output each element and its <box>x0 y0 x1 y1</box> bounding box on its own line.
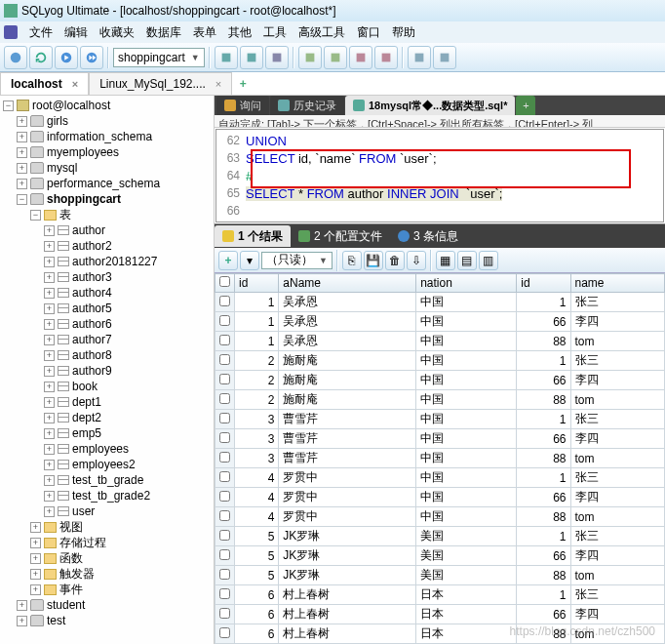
query-tab-2[interactable]: 18mysql常◆...数据类型.sql* <box>345 96 515 115</box>
expand-icon[interactable]: + <box>44 428 55 439</box>
expand-icon[interactable]: + <box>30 553 41 564</box>
column-header-id[interactable]: id <box>517 274 570 293</box>
tree-row[interactable]: +user <box>0 503 214 519</box>
tool-button-8[interactable] <box>408 46 431 69</box>
table-row[interactable]: 6村上春树日本88tom <box>215 624 665 644</box>
row-checkbox[interactable] <box>219 569 230 580</box>
grid-copy-button[interactable]: ⎘ <box>342 251 362 270</box>
tree-row[interactable]: −root@localhost <box>0 98 214 113</box>
row-checkbox[interactable] <box>219 588 230 599</box>
row-checkbox[interactable] <box>219 432 230 443</box>
grid-view-grid-button[interactable]: ▦ <box>436 251 455 270</box>
tree-row[interactable]: +author5 <box>0 301 214 316</box>
expand-icon[interactable]: + <box>44 444 55 455</box>
row-checkbox[interactable] <box>219 549 230 560</box>
table-row[interactable]: 4罗贯中中国1张三 <box>215 468 665 488</box>
grid-add-row-button[interactable]: + <box>218 251 238 270</box>
tree-row[interactable]: +事件 <box>0 582 214 597</box>
expand-icon[interactable]: + <box>44 397 55 408</box>
tool-button-6[interactable] <box>349 46 372 69</box>
select-all-checkbox[interactable] <box>219 276 230 287</box>
menu-1[interactable]: 编辑 <box>59 22 94 43</box>
row-checkbox[interactable] <box>219 393 230 404</box>
row-checkbox[interactable] <box>219 608 230 619</box>
row-checkbox[interactable] <box>219 315 230 326</box>
row-checkbox[interactable] <box>219 296 230 306</box>
menu-0[interactable]: 文件 <box>23 22 59 43</box>
expand-icon[interactable]: + <box>17 163 27 174</box>
tree-row[interactable]: +函数 <box>0 550 214 566</box>
collapse-icon[interactable]: − <box>30 210 41 221</box>
tree-row[interactable]: +author4 <box>0 285 214 301</box>
tree-row[interactable]: +author6 <box>0 316 214 332</box>
table-row[interactable]: 6村上春树日本1张三 <box>215 585 665 605</box>
grid-view-form-button[interactable]: ▤ <box>457 251 477 270</box>
tree-row[interactable]: +emp5 <box>0 425 214 441</box>
tool-button-7[interactable] <box>374 46 398 69</box>
row-checkbox[interactable] <box>219 491 230 502</box>
menu-9[interactable]: 帮助 <box>386 22 421 43</box>
result-tab-1[interactable]: 2 个配置文件 <box>291 225 390 247</box>
grid-delete-button[interactable]: 🗑 <box>385 251 405 270</box>
expand-icon[interactable]: + <box>44 272 55 283</box>
menu-4[interactable]: 表单 <box>187 22 222 43</box>
expand-icon[interactable]: + <box>44 319 55 330</box>
expand-icon[interactable]: + <box>44 366 55 377</box>
tree-row[interactable]: +author8 <box>0 347 214 363</box>
tool-button-2[interactable] <box>240 46 263 69</box>
connection-tab-0[interactable]: localhost× <box>0 72 89 95</box>
grid-save-button[interactable]: 💾 <box>364 251 383 270</box>
close-icon[interactable]: × <box>215 78 221 90</box>
grid-view-text-button[interactable]: ▥ <box>479 251 498 270</box>
tree-row[interactable]: +test_tb_grade <box>0 472 214 488</box>
table-row[interactable]: 1吴承恩中国66李四 <box>215 312 665 332</box>
checkbox-header[interactable] <box>215 274 235 293</box>
expand-icon[interactable]: + <box>17 116 27 127</box>
menu-7[interactable]: 高级工具 <box>293 22 351 43</box>
tree-row[interactable]: +girls <box>0 113 214 129</box>
menu-8[interactable]: 窗口 <box>351 22 386 43</box>
connection-tab-1[interactable]: Linux_MySql_192....× <box>89 72 232 95</box>
refresh-button[interactable] <box>29 46 53 69</box>
result-tab-0[interactable]: 1 个结果 <box>215 225 291 247</box>
tree-row[interactable]: +student <box>0 597 214 613</box>
table-row[interactable]: 5JK罗琳美国66李四 <box>215 546 665 566</box>
grid-export-button[interactable]: ⇩ <box>407 251 426 270</box>
tree-row[interactable]: +author7 <box>0 332 214 347</box>
expand-icon[interactable]: + <box>17 616 27 626</box>
sql-editor[interactable]: 62UNION63SELECT id, `name` FROM `user`;6… <box>215 129 664 222</box>
expand-icon[interactable]: + <box>30 538 41 548</box>
table-row[interactable]: 1吴承恩中国88tom <box>215 332 665 351</box>
table-row[interactable]: 5JK罗琳美国1张三 <box>215 527 665 546</box>
tree-row[interactable]: +myemployees <box>0 144 214 160</box>
tree-row[interactable]: +触发器 <box>0 566 214 582</box>
expand-icon[interactable]: + <box>17 600 27 611</box>
execute-all-button[interactable] <box>80 46 103 69</box>
execute-button[interactable] <box>55 46 78 69</box>
row-checkbox[interactable] <box>219 530 230 541</box>
tree-row[interactable]: +dept2 <box>0 410 214 425</box>
collapse-icon[interactable]: − <box>17 194 27 205</box>
table-row[interactable]: 2施耐庵中国88tom <box>215 390 665 410</box>
close-icon[interactable]: × <box>72 78 78 90</box>
expand-icon[interactable]: + <box>44 491 55 502</box>
tree-row[interactable]: +author9 <box>0 363 214 379</box>
table-row[interactable]: 2施耐庵中国1张三 <box>215 351 665 371</box>
table-row[interactable]: 3曹雪芹中国1张三 <box>215 410 665 429</box>
row-checkbox[interactable] <box>219 471 230 482</box>
readonly-mode-selector[interactable]: （只读） ▼ <box>261 252 332 269</box>
tree-row[interactable]: +employees2 <box>0 457 214 472</box>
database-selector[interactable]: shoppingcart ▼ <box>113 48 205 67</box>
tool-button-3[interactable] <box>265 46 289 69</box>
row-checkbox[interactable] <box>219 452 230 463</box>
tree-row[interactable]: +author2 <box>0 238 214 254</box>
collapse-icon[interactable]: − <box>3 101 14 111</box>
column-header-aName[interactable]: aName <box>279 274 416 293</box>
column-header-name[interactable]: name <box>570 274 665 293</box>
tree-row[interactable]: −shoppingcart <box>0 191 214 207</box>
column-header-nation[interactable]: nation <box>416 274 517 293</box>
tool-button-9[interactable] <box>433 46 456 69</box>
tree-row[interactable]: +test_tb_grade2 <box>0 488 214 503</box>
expand-icon[interactable]: + <box>44 413 55 423</box>
menu-5[interactable]: 其他 <box>222 22 257 43</box>
